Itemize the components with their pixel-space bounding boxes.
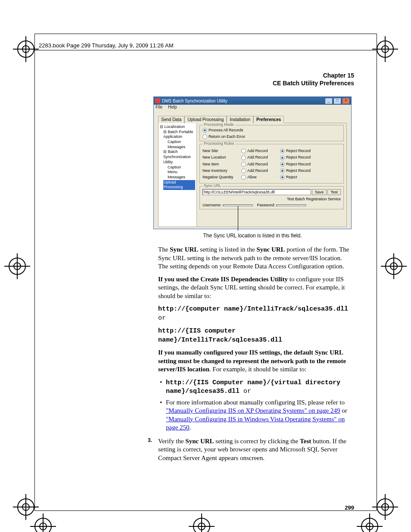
bullet-item: •http://{IIS Computer name}/{virtual dir… (158, 378, 352, 396)
link-xp-iis[interactable]: "Manually Configuring IIS on XP Operatin… (166, 407, 340, 414)
paragraph: If you used the Create IIS Dependencies … (158, 275, 352, 301)
tree-caption[interactable]: Caption (160, 165, 195, 170)
link-vista-iis[interactable]: "Manually Configuring IIS in Windows Vis… (166, 416, 345, 431)
registration-mark (381, 253, 407, 279)
radio-label: Return on Each Error (209, 134, 245, 139)
close-button[interactable]: × (342, 98, 350, 104)
rule-label: Negative Quantity (202, 175, 241, 180)
window-titlebar: DMS Batch Synchronization Utility _ □ × (154, 97, 351, 105)
tree-batch-sync-utility[interactable]: ⊟ Batch Synchronization Utility (160, 149, 195, 165)
code-url: http://{computer name}/IntelliTrack/sqlc… (158, 305, 352, 322)
chapter-title: CE Batch Utility Preferences (273, 79, 354, 87)
radio-add-record[interactable] (241, 162, 246, 167)
test-service-label: Test Batch Registration Service (287, 197, 341, 201)
radio-add-record[interactable] (241, 168, 246, 173)
bullet-item: • For more information about manually co… (158, 398, 352, 432)
radio-add-record[interactable] (241, 149, 246, 153)
radio-process-all[interactable] (202, 128, 207, 133)
menu-file[interactable]: File (156, 105, 162, 109)
username-label: Username: (202, 203, 221, 207)
preferences-tree[interactable]: ⊟ Localization ⊟ Batch Portable Applicat… (159, 123, 197, 227)
tree-batch-portable-app[interactable]: ⊟ Batch Portable Application (160, 130, 195, 140)
group-legend: Sync URL (202, 184, 223, 188)
callout-line (238, 206, 238, 231)
body-text: The Sync URL setting is listed in the Sy… (158, 246, 352, 467)
sync-url-input[interactable]: http://COLLEEN/IntelliTrack/sqlcesa35.dl… (202, 189, 311, 195)
rule-label: New Site (202, 149, 241, 153)
app-icon (155, 98, 160, 103)
menu-help[interactable]: Help (168, 105, 177, 109)
minimize-button[interactable]: _ (325, 98, 333, 104)
save-button[interactable]: Save (312, 189, 327, 195)
bullet-icon: • (160, 378, 162, 387)
window-title: DMS Batch Synchronization Utility (162, 99, 227, 103)
radio-label: Process All Records (209, 128, 243, 132)
bullet-icon: • (160, 398, 162, 407)
password-input[interactable] (276, 205, 306, 206)
step-item: 3. Verify the Sync URL setting is correc… (158, 437, 352, 463)
header-rule (34, 50, 377, 50)
rule-label: New Location (202, 155, 241, 160)
tab-send-data[interactable]: Send Data (158, 116, 184, 123)
tree-caption[interactable]: Caption (160, 140, 195, 145)
rule-label: New Inventory (202, 168, 241, 173)
radio-reject-record[interactable] (280, 156, 285, 160)
preferences-right-pane: Processing Mode Process All Records Retu… (197, 123, 346, 227)
rule-label: New Item (202, 162, 241, 167)
tree-localization[interactable]: ⊟ Localization (160, 124, 195, 130)
crop-line (377, 34, 377, 510)
menubar: File Help (154, 105, 351, 111)
radio-reject-record[interactable] (280, 162, 285, 167)
tabstrip: Send Data Upload Processing Installation… (158, 115, 347, 123)
processing-rules-group: Processing Rules New SiteAdd RecordRejec… (199, 144, 344, 184)
step-number: 3. (148, 437, 152, 444)
maximize-button[interactable]: □ (333, 98, 341, 104)
password-label: Password: (257, 203, 275, 207)
registration-mark (372, 36, 398, 62)
radio-reject[interactable] (280, 175, 285, 180)
crop-line (34, 34, 377, 34)
tab-preferences[interactable]: Preferences (253, 116, 284, 123)
group-legend: Processing Mode (202, 122, 235, 127)
registration-mark (357, 513, 383, 532)
crop-line (34, 510, 377, 511)
group-legend: Processing Rules (202, 141, 235, 146)
figure-caption: The Sync URL location is listed in this … (153, 233, 352, 239)
tree-messages[interactable]: Messages (160, 175, 195, 180)
paragraph: If you manually configured your IIS sett… (158, 348, 352, 374)
tree-messages[interactable]: Messages (160, 145, 195, 150)
radio-return-on-error[interactable] (202, 134, 207, 139)
preferences-pane: ⊟ Localization ⊟ Batch Portable Applicat… (158, 123, 347, 227)
processing-mode-group: Processing Mode Process All Records Retu… (199, 125, 344, 141)
radio-add-record[interactable] (241, 156, 246, 160)
registration-mark (189, 513, 215, 532)
registration-mark (4, 253, 30, 279)
chapter-header: Chapter 15 CE Batch Utility Preferences (273, 72, 354, 87)
running-header: 2283.book Page 299 Thursday, July 9, 200… (39, 42, 173, 49)
registration-mark (13, 36, 39, 62)
sync-url-group: Sync URL http://COLLEEN/IntelliTrack/sql… (199, 186, 344, 209)
paragraph: The Sync URL setting is listed in the Sy… (158, 246, 352, 271)
radio-reject-record[interactable] (280, 168, 285, 173)
app-screenshot: DMS Batch Synchronization Utility _ □ × … (153, 96, 352, 229)
registration-mark (30, 513, 56, 532)
tree-upload-processing[interactable]: Upload Processing (160, 180, 195, 190)
chapter-number: Chapter 15 (273, 72, 354, 79)
radio-allow[interactable] (241, 175, 246, 180)
test-button[interactable]: Test (327, 189, 341, 195)
code-url: http://{IIS computer name}/IntelliTrack/… (158, 327, 352, 344)
crop-line (34, 34, 35, 510)
radio-reject-record[interactable] (280, 149, 285, 153)
tree-menu[interactable]: Menu (160, 170, 195, 175)
page-number: 299 (345, 504, 354, 511)
